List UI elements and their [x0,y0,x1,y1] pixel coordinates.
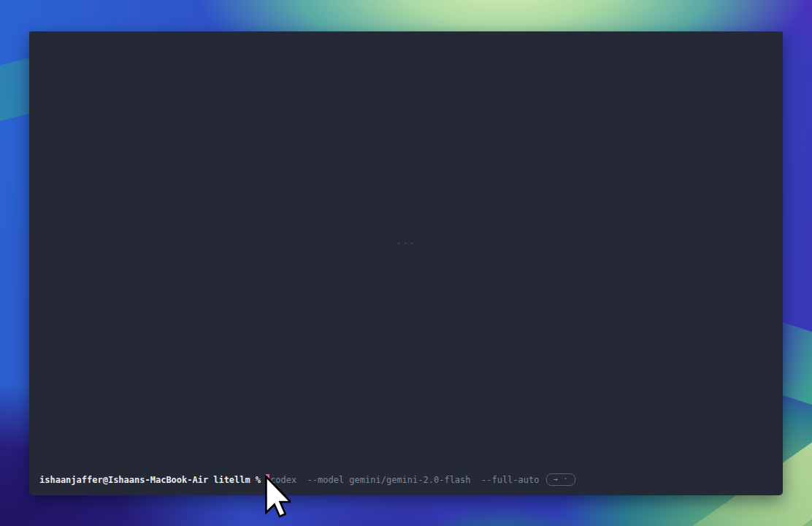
terminal-prompt-line[interactable]: ishaanjaffer@Ishaans-MacBook-Air litellm… [39,473,773,486]
prompt-autosuggestion: codex --model gemini/gemini-2.0-flash --… [270,474,539,486]
terminal-center-ellipsis: ... [396,236,416,246]
autosuggestion-accept-badge: → · [546,473,575,486]
prompt-directory: litellm [213,474,250,486]
mouse-cursor [264,476,291,518]
prompt-symbol: % [256,474,261,486]
terminal-output-area[interactable]: ... [29,31,783,495]
prompt-user-host: ishaanjaffer@Ishaans-MacBook-Air [39,474,208,486]
terminal-window[interactable]: ... ishaanjaffer@Ishaans-MacBook-Air lit… [29,31,783,495]
